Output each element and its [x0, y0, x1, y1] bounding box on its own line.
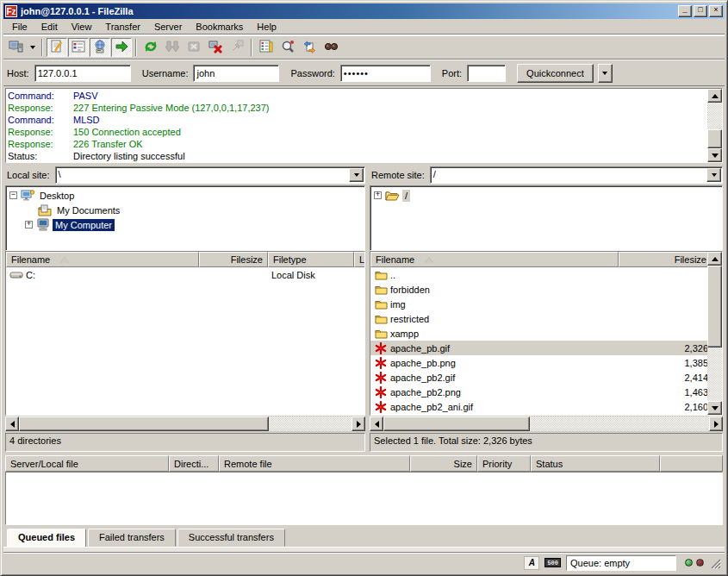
quickconnect-button[interactable]: Quickconnect: [517, 64, 594, 83]
log-line: Response:227 Entering Passive Mode (127,…: [8, 102, 706, 114]
scroll-down-icon[interactable]: [707, 401, 722, 415]
file-size-cell: 2,326: [619, 343, 707, 354]
collapse-icon[interactable]: −: [9, 191, 17, 199]
scroll-left-icon[interactable]: [370, 416, 383, 431]
site-manager-button[interactable]: [5, 38, 26, 57]
menu-item-edit[interactable]: Edit: [34, 20, 65, 34]
expand-icon[interactable]: +: [374, 191, 382, 199]
menu-item-help[interactable]: Help: [250, 20, 283, 34]
speed-limits-icon[interactable]: 500: [544, 558, 561, 567]
queue-column-header-server-local-file[interactable]: Server/Local file: [5, 455, 169, 472]
remote-file-row[interactable]: apache_pb.png1,385: [370, 355, 707, 370]
local-file-row[interactable]: C:Local Disk: [6, 267, 364, 282]
remote-file-row[interactable]: xampp: [370, 326, 707, 341]
menu-item-server[interactable]: Server: [147, 20, 189, 34]
minimize-button[interactable]: _: [678, 5, 692, 17]
queue-column-header-remote-file[interactable]: Remote file: [219, 455, 410, 472]
close-button[interactable]: ×: [709, 5, 723, 17]
remote-site-combobox[interactable]: /: [430, 166, 723, 184]
scrollbar-thumb[interactable]: [19, 416, 269, 431]
menu-item-bookmarks[interactable]: Bookmarks: [189, 20, 250, 34]
disconnect-button[interactable]: [205, 38, 226, 57]
local-column-header-l[interactable]: L: [354, 252, 364, 267]
process-queue-button[interactable]: [162, 38, 183, 57]
message-log-vscrollbar[interactable]: [707, 89, 722, 162]
tab-failed-transfers[interactable]: Failed transfers: [88, 529, 176, 547]
transfer-queue-body[interactable]: [5, 472, 723, 525]
remote-list-vscrollbar[interactable]: [707, 252, 722, 415]
menu-item-view[interactable]: View: [65, 20, 99, 34]
menu-item-file[interactable]: File: [5, 20, 34, 34]
toggle-remote-tree-button[interactable]: [90, 38, 110, 57]
menu-item-transfer[interactable]: Transfer: [98, 20, 147, 34]
remote-file-row[interactable]: apache_pb2.png1,463: [370, 385, 707, 399]
local-column-header-filename[interactable]: Filename: [6, 252, 199, 267]
scroll-up-icon[interactable]: [707, 89, 722, 103]
remote-file-row[interactable]: apache_pb2_ani.gif2,160: [370, 399, 707, 414]
password-input[interactable]: [340, 65, 431, 82]
scroll-right-icon[interactable]: [709, 416, 723, 431]
local-tree-item-desktop[interactable]: −Desktop: [6, 188, 364, 203]
remote-tree-item-[interactable]: +/: [370, 188, 722, 203]
remote-column-header-filesize[interactable]: Filesize: [619, 252, 707, 267]
maximize-button[interactable]: □: [694, 5, 707, 17]
message-log-icon: [50, 40, 64, 55]
toggle-local-tree-button[interactable]: [68, 38, 89, 57]
toggle-queue-button[interactable]: [111, 38, 132, 57]
port-input[interactable]: [467, 65, 506, 82]
cancel-button[interactable]: [184, 38, 204, 57]
scroll-down-icon[interactable]: [707, 148, 722, 162]
queue-column-header-size[interactable]: Size: [410, 455, 477, 472]
local-site-dropdown-button[interactable]: [349, 168, 364, 182]
log-line-type: Status:: [8, 150, 73, 162]
title-bar[interactable]: Fz john@127.0.0.1 - FileZilla _ □ ×: [3, 3, 725, 19]
remote-file-row[interactable]: apache_pb2.gif2,414: [370, 370, 707, 385]
transfer-type-indicator-icon[interactable]: A: [524, 556, 539, 570]
scroll-up-icon[interactable]: [707, 252, 722, 266]
local-site-combobox[interactable]: \: [55, 166, 365, 184]
toggle-message-log-button[interactable]: [47, 38, 67, 57]
refresh-button[interactable]: [140, 38, 161, 57]
queue-column-header-priority[interactable]: Priority: [477, 455, 531, 472]
local-column-header-filesize[interactable]: Filesize: [199, 252, 268, 267]
local-column-header-filetype[interactable]: Filetype: [268, 252, 354, 267]
queue-column-header-status[interactable]: Status: [531, 455, 660, 472]
remote-file-row[interactable]: forbidden: [370, 282, 707, 297]
apache-feather-icon: [374, 342, 388, 354]
resize-grip[interactable]: [709, 557, 721, 569]
local-tree-item-my-documents[interactable]: My Documents: [6, 203, 364, 217]
username-input[interactable]: [193, 65, 279, 82]
queue-column-header-directi[interactable]: Directi...: [169, 455, 219, 472]
remote-file-row[interactable]: img: [370, 297, 707, 311]
local-tree-item-my-computer[interactable]: +My Computer: [6, 217, 364, 232]
remote-file-row[interactable]: restricted: [370, 311, 707, 326]
filter-button[interactable]: [256, 38, 277, 57]
remote-file-row[interactable]: ..: [370, 267, 707, 282]
reconnect-button[interactable]: [227, 38, 247, 57]
remote-list-hscrollbar[interactable]: [370, 416, 723, 431]
file-name-cell: apache_pb.gif: [370, 342, 619, 354]
local-list-hscrollbar[interactable]: [5, 416, 365, 431]
sync-browse-icon: [302, 40, 316, 55]
scrollbar-thumb[interactable]: [383, 416, 530, 431]
remote-column-header-filename[interactable]: Filename: [370, 252, 619, 267]
filezilla-app-icon: Fz: [5, 5, 17, 17]
tab-queued-files[interactable]: Queued files: [7, 529, 86, 548]
quickconnect-dropdown-button[interactable]: [598, 64, 613, 83]
site-manager-dropdown-button[interactable]: [27, 38, 38, 57]
tab-successful-transfers[interactable]: Successful transfers: [177, 529, 285, 547]
sync-browse-button[interactable]: [299, 38, 320, 57]
file-type-cell: Local Disk: [268, 270, 354, 280]
queue-column-header-filler: [660, 455, 723, 472]
compare-button[interactable]: [277, 38, 298, 57]
scrollbar-thumb[interactable]: [707, 266, 722, 347]
expand-icon[interactable]: +: [25, 221, 33, 229]
scrollbar-thumb[interactable]: [707, 129, 722, 148]
scroll-left-icon[interactable]: [5, 416, 19, 431]
host-input[interactable]: [34, 65, 131, 82]
remote-site-dropdown-button[interactable]: [706, 168, 721, 182]
log-line: Command:MLSD: [8, 114, 706, 126]
find-button[interactable]: [320, 38, 341, 57]
remote-file-row[interactable]: apache_pb.gif2,326: [370, 341, 707, 355]
scroll-right-icon[interactable]: [352, 416, 365, 431]
